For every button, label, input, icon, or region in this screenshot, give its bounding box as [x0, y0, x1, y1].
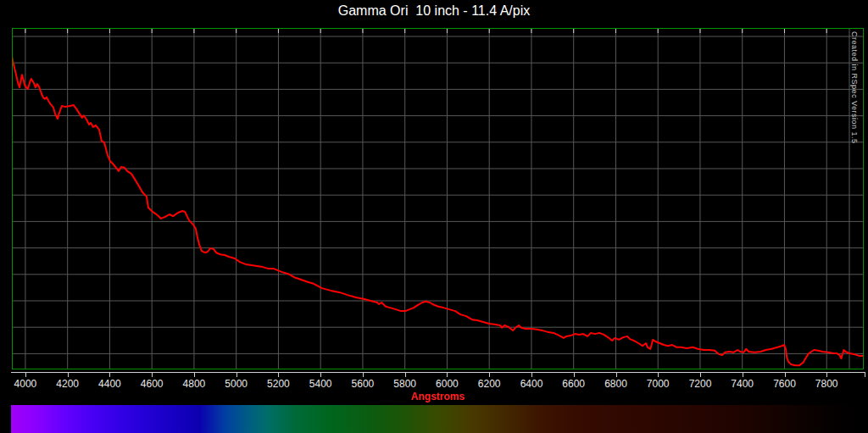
grid-lines: [13, 29, 863, 369]
x-tick: [25, 372, 26, 377]
x-tick: [152, 372, 153, 377]
x-axis-end-tick: [865, 372, 865, 377]
x-tick-label: 7800: [801, 378, 852, 390]
x-tick: [700, 372, 701, 377]
x-tick: [616, 372, 617, 377]
rspec-chart-window: Gamma Ori 10 inch - 11.4 A/pix Created i…: [0, 0, 868, 433]
plot-border: [13, 29, 864, 369]
x-axis-title: Angstroms: [11, 391, 865, 402]
x-tick: [743, 372, 743, 377]
x-tick: [785, 372, 786, 377]
x-axis-line: [11, 372, 865, 373]
chart-title: Gamma Ori 10 inch - 11.4 A/pix: [0, 3, 868, 19]
x-tick: [320, 372, 321, 377]
x-tick: [109, 372, 110, 377]
x-tick: [658, 372, 659, 377]
x-tick: [405, 372, 406, 377]
top-tick-marks: [25, 29, 826, 33]
x-tick: [574, 372, 575, 377]
x-tick: [68, 372, 69, 377]
spectrum-color-bar: [11, 405, 868, 433]
x-tick: [194, 372, 195, 377]
x-tick: [278, 372, 279, 377]
x-tick: [531, 372, 532, 377]
x-tick: [447, 372, 448, 377]
watermark-vertical: Created in RSpec Version 1.5: [850, 31, 859, 144]
x-tick: [826, 372, 827, 377]
plot-area: [12, 28, 864, 369]
x-tick: [363, 372, 364, 377]
x-tick: [236, 372, 237, 377]
spectrum-curve: [12, 56, 863, 365]
x-tick: [489, 372, 490, 377]
